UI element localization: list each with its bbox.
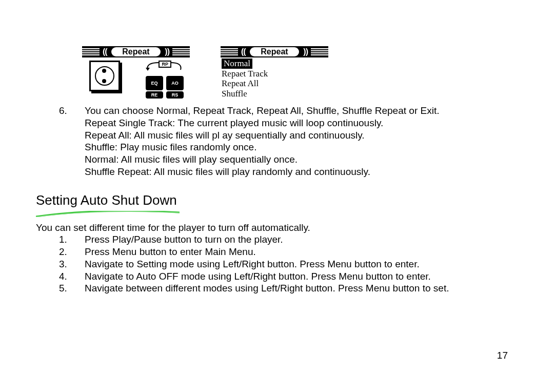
step-text: Navigate to Auto OFF mode using Left/Rig… bbox=[85, 270, 431, 283]
swoosh-divider-icon bbox=[36, 208, 180, 214]
screen-header: (( Repeat )) bbox=[221, 46, 328, 57]
step-number: 4. bbox=[59, 270, 85, 283]
section-heading-auto-shutdown: Setting Auto Shut Down bbox=[36, 192, 518, 208]
repeat-sub-lines: Repeat Single Track: The current played … bbox=[85, 117, 518, 178]
desc-line: Repeat Single Track: The current played … bbox=[85, 117, 518, 129]
bracket-left-icon: (( bbox=[100, 47, 110, 56]
menu-item: Shuffle bbox=[221, 89, 328, 99]
header-stripes-left bbox=[82, 48, 100, 55]
auto-shutdown-intro: You can set different time for the playe… bbox=[36, 222, 518, 234]
bracket-left-icon: (( bbox=[238, 47, 249, 56]
step-text: Press Menu button to enter Main Menu. bbox=[85, 246, 256, 258]
menu-item: Repeat All bbox=[221, 79, 328, 89]
menu-item-selected: Normal bbox=[222, 58, 252, 69]
list-number: 6. bbox=[59, 105, 85, 117]
header-stripes-left bbox=[221, 48, 238, 55]
auto-shutdown-steps: 1.Press Play/Pause button to turn on the… bbox=[59, 233, 518, 295]
screen-title: Repeat bbox=[111, 47, 161, 56]
screen-body: Normal Repaet Track Repeat All Shuffle bbox=[221, 57, 328, 99]
screen-body: RP EQ AO RE RS bbox=[82, 57, 190, 102]
desc-line: Repeat All: All music files will pl ay s… bbox=[85, 129, 518, 142]
lcd-screens-row: (( Repeat )) RP EQ AO bbox=[82, 46, 518, 102]
mode-icons-grid: RP EQ AO RE RS bbox=[125, 61, 184, 99]
header-stripes-right bbox=[172, 48, 190, 55]
menu-item: Repaet Track bbox=[221, 69, 328, 79]
lcd-screen-repeat-list: (( Repeat )) Normal Repaet Track Repeat … bbox=[221, 46, 328, 102]
desc-line: Shuffle Repeat: All music files will pla… bbox=[85, 166, 518, 178]
header-stripes-right bbox=[311, 48, 328, 55]
rs-icon: RS bbox=[166, 91, 184, 99]
screen-title: Repeat bbox=[250, 47, 300, 56]
step-number: 1. bbox=[59, 233, 85, 246]
repeat-description: 6. You can choose Normal, Repeat Track, … bbox=[59, 105, 518, 117]
rp-icon: RP bbox=[146, 61, 184, 74]
lcd-screen-repeat-icons: (( Repeat )) RP EQ AO bbox=[82, 46, 190, 102]
screen-header: (( Repeat )) bbox=[82, 46, 190, 57]
desc-line: Shuffle: Play music files randomly once. bbox=[85, 141, 518, 153]
eq-icon: EQ bbox=[146, 76, 163, 90]
step-number: 5. bbox=[59, 282, 85, 295]
step-number: 2. bbox=[59, 246, 85, 258]
step-number: 3. bbox=[59, 258, 85, 270]
bracket-right-icon: )) bbox=[162, 47, 172, 56]
step-text: Press Play/Pause button to turn on the p… bbox=[85, 233, 283, 246]
step-text: Navigate between different modes using L… bbox=[85, 282, 449, 295]
list-text: You can choose Normal, Repeat Track, Rep… bbox=[85, 105, 518, 117]
step-text: Navigate to Setting mode using Left/Righ… bbox=[85, 258, 420, 270]
re-icon: RE bbox=[146, 91, 163, 99]
bracket-right-icon: )) bbox=[300, 47, 311, 56]
ao-icon: AO bbox=[166, 76, 184, 90]
page-number: 17 bbox=[497, 350, 508, 361]
album-art-icon bbox=[89, 61, 120, 91]
desc-line: Normal: All music files will play sequen… bbox=[85, 153, 518, 166]
